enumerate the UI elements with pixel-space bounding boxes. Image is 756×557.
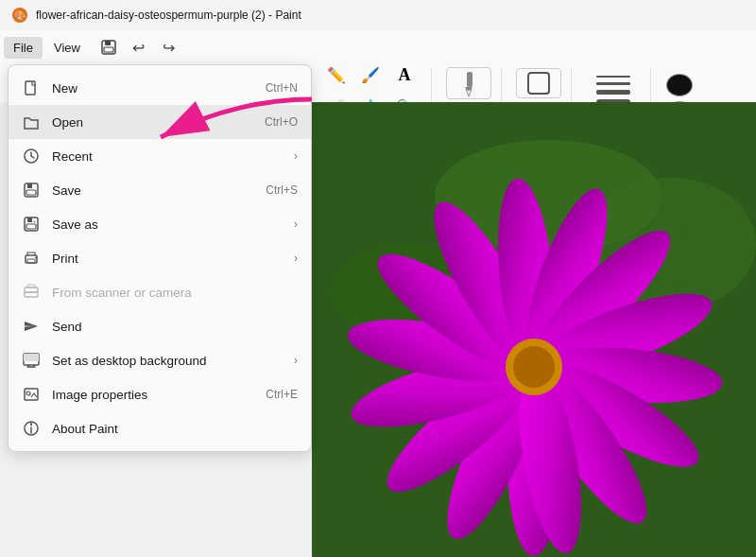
text-tool[interactable]: A [389,60,420,90]
svg-text:🎨: 🎨 [14,9,26,22]
svg-rect-36 [26,190,36,195]
recent-label: Recent [52,149,283,164]
pencil-tool[interactable]: ✏️ [321,60,352,90]
scanner-label: From scanner or camera [52,286,298,300]
svg-rect-46 [27,285,35,287]
menu-image-props[interactable]: Image properties Ctrl+E [9,377,311,411]
menu-save-as[interactable]: + Save as › [9,207,311,241]
scanner-icon [22,283,41,302]
svg-rect-32 [26,81,35,95]
title-bar: 🎨 flower-african-daisy-osteospermum-purp… [0,0,756,30]
menu-recent[interactable]: Recent › [9,139,311,173]
desktop-bg-arrow: › [294,354,298,367]
svg-rect-45 [25,291,38,293]
print-icon [22,249,41,268]
menu-save[interactable]: Save Ctrl+S [9,173,311,207]
save-button[interactable] [95,34,122,61]
shape-preview [524,69,553,97]
save-as-label: Save as [52,218,283,232]
toolbar: ↩ ↪ [95,34,182,61]
about-icon [22,419,41,438]
send-icon [22,317,41,336]
svg-rect-35 [27,183,32,188]
print-arrow: › [294,252,298,265]
save-label: Save [52,183,254,198]
svg-rect-4 [104,47,113,52]
menu-file[interactable]: File [4,37,43,59]
redo-button[interactable]: ↪ [156,34,182,61]
image-props-icon [22,385,41,404]
file-dropdown-menu: New Ctrl+N Open Ctrl+O Recent › Save Ctr… [8,64,312,452]
window-title: flower-african-daisy-osteospermum-purple… [36,9,301,22]
save-icon [22,181,41,200]
menu-scanner: From scanner or camera [9,275,311,309]
svg-rect-38 [27,218,32,222]
svg-point-50 [26,392,30,395]
svg-rect-8 [528,73,549,94]
new-shortcut: Ctrl+N [266,81,298,95]
canvas-image[interactable] [312,102,756,557]
send-label: Send [52,320,298,334]
image-props-label: Image properties [52,388,254,402]
about-label: About Paint [52,422,298,436]
primary-color[interactable] [666,74,693,96]
svg-rect-48 [24,354,39,361]
brush-preview [454,68,484,98]
menu-send[interactable]: Send [9,309,311,343]
save-as-icon: + [22,215,41,234]
svg-point-43 [35,257,37,259]
menu-desktop-bg[interactable]: Set as desktop background › [9,343,311,377]
print-label: Print [52,252,283,266]
svg-rect-39 [26,224,36,229]
menu-new[interactable]: New Ctrl+N [9,71,311,105]
desktop-bg-label: Set as desktop background [52,354,283,368]
open-shortcut: Ctrl+O [265,115,298,129]
recent-icon [22,147,41,165]
app-icon: 🎨 [11,7,28,24]
svg-rect-5 [467,72,472,87]
new-icon [22,78,41,97]
svg-rect-3 [105,41,111,45]
svg-point-31 [513,346,555,388]
save-shortcut: Ctrl+S [266,183,298,197]
flower-svg [312,102,756,557]
new-label: New [52,81,254,96]
recent-arrow: › [294,149,298,163]
open-label: Open [52,115,253,130]
svg-point-52 [31,426,32,426]
open-icon [22,113,41,131]
desktop-bg-icon [22,351,41,370]
undo-button[interactable]: ↩ [126,34,152,61]
svg-text:+: + [33,218,37,224]
save-icon [100,39,117,56]
image-props-shortcut: Ctrl+E [266,388,298,401]
save-as-arrow: › [294,218,298,231]
menu-view[interactable]: View [44,37,90,59]
paint-tool[interactable]: 🖌️ [355,60,386,90]
menu-print[interactable]: Print › [9,241,311,275]
menu-about[interactable]: About Paint [9,411,311,445]
menu-open[interactable]: Open Ctrl+O [9,105,311,139]
